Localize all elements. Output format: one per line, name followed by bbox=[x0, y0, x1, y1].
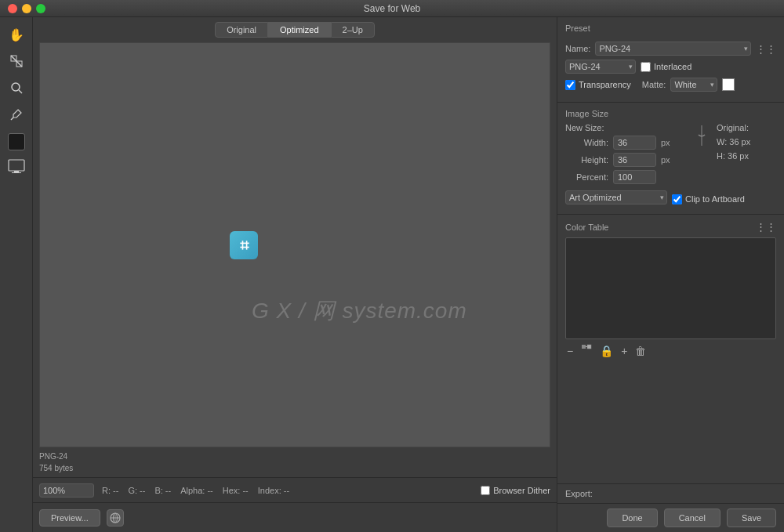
browser-dither-wrap: Browser Dither bbox=[481, 486, 550, 495]
quality-select[interactable]: Art Optimized Bicubic Bilinear bbox=[565, 190, 667, 204]
slice-tool[interactable] bbox=[5, 50, 27, 72]
cancel-button[interactable]: Cancel bbox=[664, 508, 720, 527]
color-table-settings-icon[interactable]: ⋮⋮ bbox=[756, 221, 776, 233]
title-bar: Save for Web bbox=[0, 0, 784, 17]
format-row: PNG-24 PNG-8 JPEG GIF Interlaced bbox=[565, 60, 776, 74]
eyedropper-tool[interactable] bbox=[5, 103, 27, 125]
matte-select[interactable]: White Black None bbox=[670, 78, 717, 92]
canvas-image: ⌗ bbox=[230, 231, 258, 259]
preview-icon[interactable] bbox=[5, 155, 27, 177]
canvas-inner: ⌗ G X / 网 system.com bbox=[40, 43, 550, 447]
name-label: Name: bbox=[565, 44, 590, 53]
transparency-row: Transparency Matte: White Black None bbox=[565, 78, 776, 92]
transparency-wrap: Transparency bbox=[565, 80, 631, 90]
r-value: R: -- bbox=[102, 486, 118, 495]
original-info-col: Original: W: 36 px H: 36 px bbox=[713, 123, 776, 163]
globe-button[interactable] bbox=[107, 509, 124, 527]
transparency-checkbox[interactable] bbox=[565, 80, 575, 90]
height-row: Height: px bbox=[565, 153, 690, 167]
svg-rect-7 bbox=[14, 171, 19, 172]
svg-point-3 bbox=[12, 83, 20, 91]
tab-2up[interactable]: 2–Up bbox=[331, 22, 375, 38]
new-size-label: New Size: bbox=[565, 123, 690, 132]
matte-color-box[interactable] bbox=[722, 78, 735, 91]
done-button[interactable]: Done bbox=[607, 508, 657, 527]
width-input[interactable] bbox=[613, 136, 656, 150]
svg-line-4 bbox=[19, 90, 22, 93]
action-buttons: Done Cancel Save bbox=[557, 503, 784, 532]
image-size-section: Image Size New Size: Width: px Height: p… bbox=[557, 103, 784, 215]
tab-original[interactable]: Original bbox=[215, 22, 268, 38]
b-value: B: -- bbox=[154, 486, 171, 495]
bluetooth-symbol: ⌗ bbox=[240, 237, 249, 253]
ct-mapping-btn[interactable] bbox=[579, 342, 593, 359]
preview-button[interactable]: Preview... bbox=[39, 509, 100, 527]
preset-label: Preset bbox=[565, 24, 590, 33]
width-unit: px bbox=[661, 138, 670, 147]
matte-label: Matte: bbox=[642, 80, 666, 89]
clip-artboard-label: Clip to Artboard bbox=[685, 194, 745, 204]
link-icon-wrap bbox=[690, 123, 713, 148]
canvas-info: PNG-24 754 bytes bbox=[33, 447, 557, 477]
tab-optimized[interactable]: Optimized bbox=[268, 22, 331, 38]
index-value: Index: -- bbox=[258, 486, 289, 495]
image-size-title: Image Size bbox=[565, 109, 776, 118]
original-label: Original: bbox=[717, 123, 776, 132]
right-panel: Preset Name: PNG-24 ⋮⋮ PNG-24 PNG-8 JPEG bbox=[557, 17, 784, 532]
zoom-select[interactable]: 100% 50% 200% bbox=[39, 483, 94, 498]
preset-settings-icon[interactable]: ⋮⋮ bbox=[756, 43, 776, 55]
clip-artboard-checkbox[interactable] bbox=[672, 194, 682, 204]
close-button[interactable] bbox=[8, 4, 17, 13]
ct-delete-btn[interactable]: 🗑 bbox=[633, 343, 648, 359]
percent-label: Percent: bbox=[565, 172, 608, 182]
quality-row: Art Optimized Bicubic Bilinear Clip to A… bbox=[565, 190, 776, 204]
percent-input[interactable] bbox=[613, 170, 656, 184]
save-button[interactable]: Save bbox=[727, 508, 776, 527]
preset-section: Preset Name: PNG-24 ⋮⋮ PNG-24 PNG-8 JPEG bbox=[557, 17, 784, 103]
maximize-button[interactable] bbox=[36, 4, 45, 13]
height-input[interactable] bbox=[613, 153, 656, 167]
preview-bar: Preview... bbox=[33, 502, 557, 532]
ct-add-btn[interactable]: + bbox=[619, 343, 629, 359]
preset-header: Preset bbox=[565, 24, 776, 38]
original-h: H: 36 px bbox=[717, 150, 776, 164]
preset-name-select[interactable]: PNG-24 bbox=[595, 42, 751, 56]
format-select[interactable]: PNG-24 PNG-8 JPEG GIF bbox=[565, 60, 636, 74]
color-table-label: Color Table bbox=[565, 223, 608, 232]
link-proportions-icon[interactable] bbox=[693, 123, 710, 148]
size-info: 754 bytes bbox=[39, 462, 550, 474]
hand-tool[interactable]: ✋ bbox=[5, 24, 27, 45]
minimize-button[interactable] bbox=[22, 4, 31, 13]
center-content: Original Optimized 2–Up ⌗ G X / 网 system… bbox=[33, 17, 557, 532]
transparency-label: Transparency bbox=[579, 80, 631, 89]
ct-minus-btn[interactable]: − bbox=[565, 343, 575, 359]
quality-select-wrap: Art Optimized Bicubic Bilinear bbox=[565, 190, 667, 204]
svg-rect-14 bbox=[587, 345, 591, 349]
height-unit: px bbox=[661, 155, 670, 165]
image-size-label: Image Size bbox=[565, 109, 608, 118]
tab-bar: Original Optimized 2–Up bbox=[33, 17, 557, 42]
color-table-section: Color Table ⋮⋮ − 🔒 + 🗑 bbox=[557, 215, 784, 483]
left-toolbar: ✋ bbox=[0, 17, 33, 532]
color-table-toolbar: − 🔒 + 🗑 bbox=[565, 339, 776, 362]
foreground-color[interactable] bbox=[8, 133, 25, 150]
g-value: G: -- bbox=[128, 486, 145, 495]
interlaced-label: Interlaced bbox=[654, 62, 691, 71]
ct-lock-btn[interactable]: 🔒 bbox=[598, 343, 615, 359]
matte-select-wrap: White Black None bbox=[670, 78, 717, 92]
width-row: Width: px bbox=[565, 136, 690, 150]
svg-rect-6 bbox=[9, 160, 24, 171]
new-size-col: New Size: Width: px Height: px Percent: bbox=[565, 123, 690, 187]
height-label: Height: bbox=[565, 155, 608, 165]
alpha-value: Alpha: -- bbox=[180, 486, 213, 495]
svg-rect-8 bbox=[12, 172, 21, 173]
color-table-title: Color Table ⋮⋮ bbox=[565, 221, 776, 233]
svg-line-5 bbox=[11, 118, 13, 120]
zoom-tool[interactable] bbox=[5, 77, 27, 99]
svg-rect-13 bbox=[582, 345, 586, 349]
browser-dither-checkbox[interactable] bbox=[481, 486, 490, 495]
original-w: W: 36 px bbox=[717, 136, 776, 150]
format-info: PNG-24 bbox=[39, 451, 550, 462]
interlaced-checkbox[interactable] bbox=[641, 62, 651, 72]
bluetooth-icon: ⌗ bbox=[230, 231, 258, 259]
